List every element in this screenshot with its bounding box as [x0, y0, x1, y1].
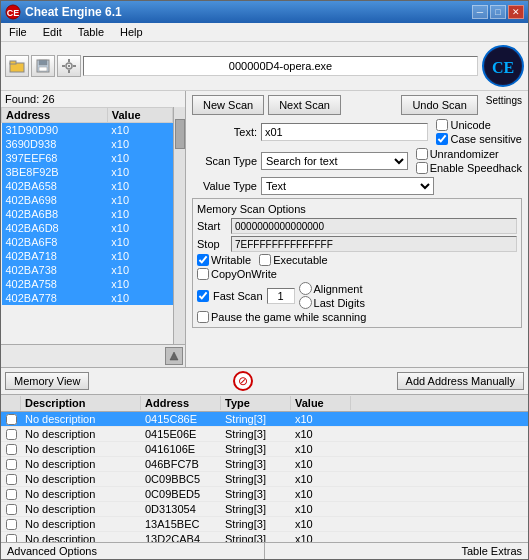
result-checkbox[interactable] [1, 487, 21, 501]
result-checkbox[interactable] [1, 442, 21, 456]
result-description: No description [21, 442, 141, 456]
address-scrollbar[interactable] [173, 107, 185, 344]
left-panel: Found: 26 Address Value 31D90D90x103690D… [1, 91, 186, 367]
save-button[interactable] [31, 55, 55, 77]
result-row[interactable]: No description 0C09BED5 String[3] x10 [1, 487, 528, 502]
address-row[interactable]: 31D90D90x10 [2, 123, 173, 138]
result-description: No description [21, 517, 141, 531]
scan-type-row: Scan Type Exact ValueBigger than...Small… [192, 148, 522, 174]
settings-button[interactable] [57, 55, 81, 77]
settings-label: Settings [486, 95, 522, 106]
unrandomizer-checkbox[interactable] [416, 148, 428, 160]
result-checkbox[interactable] [1, 472, 21, 486]
scan-type-select[interactable]: Exact ValueBigger than...Smaller than...… [261, 152, 408, 170]
right-panel: New Scan Next Scan Undo Scan Settings Te… [186, 91, 528, 367]
result-row[interactable]: No description 0C09BBC5 String[3] x10 [1, 472, 528, 487]
minimize-button[interactable]: ─ [472, 5, 488, 19]
next-scan-button[interactable]: Next Scan [268, 95, 341, 115]
result-description: No description [21, 532, 141, 542]
writable-row: Writable Executable [197, 254, 517, 266]
address-list[interactable]: Address Value 31D90D90x103690D938x10397E… [1, 107, 173, 344]
add-address-button[interactable]: Add Address Manually [397, 372, 524, 390]
address-row[interactable]: 402BA758x10 [2, 277, 173, 291]
stop-input[interactable] [231, 236, 517, 252]
result-checkbox[interactable] [1, 502, 21, 516]
result-row[interactable]: No description 0416106E String[3] x10 [1, 442, 528, 457]
result-row[interactable]: No description 0415E06E String[3] x10 [1, 427, 528, 442]
address-row[interactable]: 402BA6B8x10 [2, 207, 173, 221]
writable-checkbox[interactable] [197, 254, 209, 266]
value-cell: x10 [107, 221, 172, 235]
new-scan-button[interactable]: New Scan [192, 95, 264, 115]
case-sensitive-row: Case sensitive [436, 133, 522, 145]
address-list-settings-btn[interactable] [165, 347, 183, 365]
result-row[interactable]: No description 13D2CAB4 String[3] x10 [1, 532, 528, 542]
unicode-row: Unicode [436, 119, 522, 131]
alignment-radio[interactable] [299, 282, 312, 295]
window-controls: ─ □ ✕ [472, 5, 524, 19]
executable-checkbox[interactable] [259, 254, 271, 266]
fast-scan-input[interactable] [267, 288, 295, 304]
speedhack-checkbox[interactable] [416, 162, 428, 174]
result-description: No description [21, 427, 141, 441]
copyonwrite-checkbox[interactable] [197, 268, 209, 280]
menu-edit[interactable]: Edit [39, 25, 66, 39]
maximize-button[interactable]: □ [490, 5, 506, 19]
address-row[interactable]: 402BA698x10 [2, 193, 173, 207]
stop-scan-button[interactable]: ⊘ [233, 371, 253, 391]
table-extras-button[interactable]: Table Extras [265, 543, 528, 559]
case-sensitive-checkbox[interactable] [436, 133, 448, 145]
address-row[interactable]: 402BA658x10 [2, 179, 173, 193]
fast-scan-checkbox[interactable] [197, 290, 209, 302]
col-value-header: Value [291, 396, 351, 410]
result-checkbox[interactable] [1, 427, 21, 441]
result-value: x10 [291, 487, 351, 501]
advanced-options-button[interactable]: Advanced Options [1, 543, 265, 559]
address-row[interactable]: 402BA718x10 [2, 249, 173, 263]
value-cell: x10 [107, 123, 172, 138]
result-checkbox[interactable] [1, 532, 21, 542]
scroll-thumb[interactable] [175, 119, 185, 149]
pause-checkbox[interactable] [197, 311, 209, 323]
last-digits-radio[interactable] [299, 296, 312, 309]
address-row[interactable]: 3BE8F92Bx10 [2, 165, 173, 179]
open-button[interactable] [5, 55, 29, 77]
result-type: String[3] [221, 502, 291, 516]
result-checkbox[interactable] [1, 412, 21, 426]
unicode-checkbox[interactable] [436, 119, 448, 131]
address-cell: 402BA698 [2, 193, 108, 207]
menu-file[interactable]: File [5, 25, 31, 39]
result-description: No description [21, 487, 141, 501]
results-table-body[interactable]: No description 0415C86E String[3] x10 No… [1, 412, 528, 542]
start-input[interactable] [231, 218, 517, 234]
process-input[interactable] [83, 56, 478, 76]
search-value-input[interactable] [261, 123, 428, 141]
close-button[interactable]: ✕ [508, 5, 524, 19]
address-row[interactable]: 402BA738x10 [2, 263, 173, 277]
result-row[interactable]: No description 13A15BEC String[3] x10 [1, 517, 528, 532]
result-checkbox[interactable] [1, 517, 21, 531]
memory-view-button[interactable]: Memory View [5, 372, 89, 390]
address-row[interactable]: 402BA6D8x10 [2, 221, 173, 235]
result-type: String[3] [221, 487, 291, 501]
menu-help[interactable]: Help [116, 25, 147, 39]
address-cell: 402BA6F8 [2, 235, 108, 249]
address-row[interactable]: 402BA778x10 [2, 291, 173, 305]
result-row[interactable]: No description 0D313054 String[3] x10 [1, 502, 528, 517]
speedhack-row: Enable Speedhack [416, 162, 522, 174]
bottom-toolbar: Memory View ⊘ Add Address Manually [1, 367, 528, 394]
address-row[interactable]: 397EEF68x10 [2, 151, 173, 165]
address-row[interactable]: 402BA6F8x10 [2, 235, 173, 249]
result-address: 13A15BEC [141, 517, 221, 531]
menu-table[interactable]: Table [74, 25, 108, 39]
text-field-row: Text: Unicode Case sensitive [192, 119, 522, 145]
value-cell: x10 [107, 291, 172, 305]
address-row[interactable]: 3690D938x10 [2, 137, 173, 151]
value-type-select[interactable]: Byte2 Bytes4 Bytes8 BytesFloatDoubleStri… [261, 177, 434, 195]
executable-label: Executable [273, 254, 327, 266]
case-sensitive-label: Case sensitive [450, 133, 522, 145]
result-row[interactable]: No description 046BFC7B String[3] x10 [1, 457, 528, 472]
undo-scan-button[interactable]: Undo Scan [401, 95, 477, 115]
result-checkbox[interactable] [1, 457, 21, 471]
result-row[interactable]: No description 0415C86E String[3] x10 [1, 412, 528, 427]
